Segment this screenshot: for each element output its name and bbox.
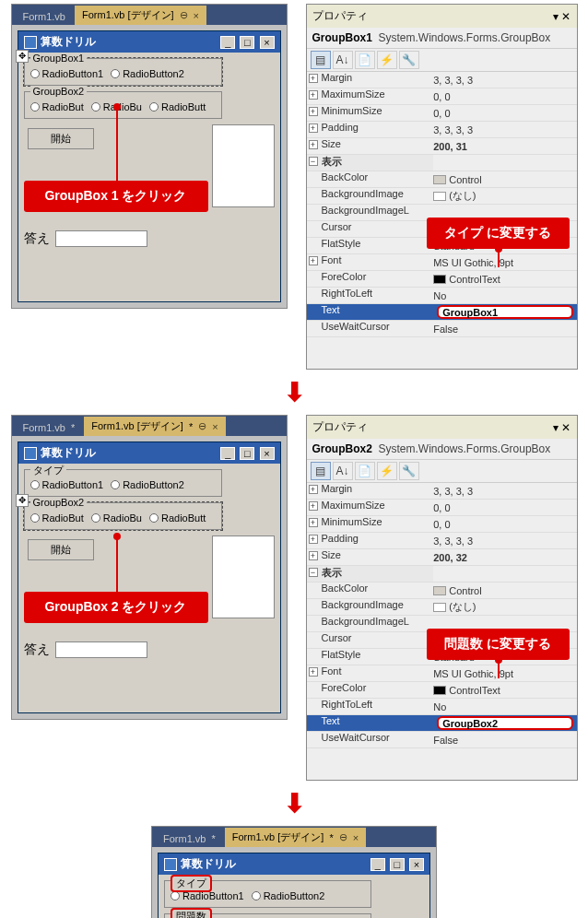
categorized-icon[interactable]: ▤ <box>311 462 331 480</box>
groupbox2[interactable]: 問題数 RadioBut RadioBu RadioButt <box>164 913 371 918</box>
min-button[interactable]: _ <box>220 447 235 460</box>
designer-window-3: Form1.vb* Form1.vb [デザイン]* ⊖ × 算数ドリル _ □… <box>151 826 437 918</box>
max-button[interactable]: □ <box>240 36 254 49</box>
groupbox2-title: GroupBox2 <box>30 86 88 97</box>
props-icon[interactable]: 📄 <box>355 462 375 480</box>
callout-change-type: タイプ に変更する <box>427 218 570 249</box>
form-icon <box>24 36 37 49</box>
min-button[interactable]: _ <box>220 36 235 49</box>
prop-maxsize[interactable]: +MaximumSize0, 0 <box>307 88 577 105</box>
groupbox2[interactable]: GroupBox2 RadioBut RadioBu RadioButt <box>24 91 222 119</box>
answer-input[interactable] <box>55 641 147 658</box>
properties-object[interactable]: GroupBox1 System.Windows.Forms.GroupBox <box>307 28 577 48</box>
prop-forecolor[interactable]: ForeColorControlText <box>307 682 577 699</box>
groupbox1-title: GroupBox1 <box>30 53 88 64</box>
pin-icon[interactable]: ⊖ <box>339 831 347 843</box>
close-button[interactable]: × <box>260 36 275 49</box>
prop-padding[interactable]: +Padding3, 3, 3, 3 <box>307 533 577 549</box>
close-icon[interactable]: × <box>212 421 218 432</box>
arrow-down-icon: ⬇ <box>284 788 305 818</box>
pin-icon[interactable]: ⊖ <box>180 9 188 21</box>
prop-usewaitcursor[interactable]: UseWaitCursorFalse <box>307 321 577 337</box>
start-button[interactable]: 開始 <box>28 539 94 560</box>
wrench-icon[interactable]: 🔧 <box>399 51 419 69</box>
radiobutton2[interactable]: RadioButton2 <box>252 890 325 901</box>
tab-bar: Form1.vb Form1.vb [デザイン] ⊖ × <box>12 5 287 25</box>
events-icon[interactable]: ⚡ <box>377 462 397 480</box>
alphabetical-icon[interactable]: A↓ <box>333 462 353 480</box>
prop-minsize[interactable]: +MinimumSize0, 0 <box>307 105 577 122</box>
tab-form1-design[interactable]: Form1.vb [デザイン] ⊖ × <box>75 6 206 25</box>
prop-category-display[interactable]: −表示 <box>307 566 577 583</box>
prop-padding[interactable]: +Padding3, 3, 3, 3 <box>307 122 577 138</box>
radio4[interactable]: RadioBu <box>91 512 142 524</box>
prop-bgimage[interactable]: BackgroundImage(なし) <box>307 599 577 616</box>
form-title: 算数ドリル <box>41 34 216 50</box>
prop-size[interactable]: +Size200, 31 <box>307 138 577 155</box>
prop-backcolor[interactable]: BackColorControl <box>307 583 577 599</box>
prop-maxsize[interactable]: +MaximumSize0, 0 <box>307 500 577 516</box>
radiobutton2[interactable]: RadioButton2 <box>111 68 184 79</box>
events-icon[interactable]: ⚡ <box>377 51 397 69</box>
prop-margin[interactable]: +Margin3, 3, 3, 3 <box>307 483 577 500</box>
tab-form1-design[interactable]: Form1.vb [デザイン]* ⊖ × <box>225 828 366 847</box>
pin-icon[interactable]: ▾ ✕ <box>553 421 570 434</box>
groupbox1-title: タイプ <box>30 464 66 477</box>
groupbox2-title: GroupBox2 <box>30 497 88 508</box>
tab-form1-design[interactable]: Form1.vb [デザイン]* ⊖ × <box>84 417 225 436</box>
alphabetical-icon[interactable]: A↓ <box>333 51 353 69</box>
tab-form1-vb[interactable]: Form1.vb* <box>16 419 83 436</box>
radiobutton1[interactable]: RadioButton1 <box>30 68 104 79</box>
prop-font[interactable]: +FontMS UI Gothic, 9pt <box>307 254 577 271</box>
radiobutton2[interactable]: RadioButton2 <box>111 479 184 490</box>
move-icon[interactable]: ✥ <box>16 494 29 507</box>
groupbox1[interactable]: ✥ GroupBox1 RadioButton1 RadioButton2 <box>24 58 222 86</box>
max-button[interactable]: □ <box>240 447 254 460</box>
prop-margin[interactable]: +Margin3, 3, 3, 3 <box>307 72 577 88</box>
form-title: 算数ドリル <box>181 856 365 872</box>
min-button[interactable]: _ <box>370 858 385 871</box>
answer-input[interactable] <box>55 230 147 247</box>
prop-rtl[interactable]: RightToLeftNo <box>307 288 577 304</box>
radio3[interactable]: RadioBut <box>30 101 84 112</box>
radio5[interactable]: RadioButt <box>149 101 206 112</box>
prop-usewaitcursor[interactable]: UseWaitCursorFalse <box>307 732 577 748</box>
prop-text[interactable]: TextGroupBox2 <box>307 715 577 732</box>
prop-category-display[interactable]: −表示 <box>307 155 577 171</box>
radiobutton1[interactable]: RadioButton1 <box>30 479 104 490</box>
groupbox1[interactable]: タイプ RadioButton1 RadioButton2 <box>164 880 371 908</box>
properties-object[interactable]: GroupBox2 System.Windows.Forms.GroupBox <box>307 439 577 459</box>
start-button[interactable]: 開始 <box>28 128 94 149</box>
prop-rtl[interactable]: RightToLeftNo <box>307 699 577 715</box>
prop-bgimage[interactable]: BackgroundImage(なし) <box>307 188 577 205</box>
callout-click-gb1: GroupBox 1 をクリック <box>24 181 208 212</box>
props-icon[interactable]: 📄 <box>355 51 375 69</box>
radio3[interactable]: RadioBut <box>30 512 84 524</box>
prop-font[interactable]: +FontMS UI Gothic, 9pt <box>307 665 577 682</box>
wrench-icon[interactable]: 🔧 <box>399 462 419 480</box>
prop-backcolor[interactable]: BackColorControl <box>307 171 577 188</box>
tab-form1-vb[interactable]: Form1.vb <box>16 8 73 25</box>
properties-title: プロパティ▾ ✕ <box>307 5 577 28</box>
tab-form1-vb[interactable]: Form1.vb* <box>156 830 223 847</box>
close-button[interactable]: × <box>260 447 275 460</box>
move-icon[interactable]: ✥ <box>16 50 29 63</box>
pin-icon[interactable]: ▾ ✕ <box>553 10 570 23</box>
form-titlebar: 算数ドリル _ □ × <box>18 31 280 53</box>
prop-minsize[interactable]: +MinimumSize0, 0 <box>307 516 577 533</box>
groupbox1[interactable]: タイプ RadioButton1 RadioButton2 <box>24 469 222 497</box>
close-button[interactable]: × <box>409 858 424 871</box>
groupbox2[interactable]: ✥ GroupBox2 RadioBut RadioBu RadioButt <box>24 502 222 530</box>
categorized-icon[interactable]: ▤ <box>311 51 331 69</box>
close-icon[interactable]: × <box>194 10 199 21</box>
pin-icon[interactable]: ⊖ <box>198 420 206 432</box>
radio5[interactable]: RadioButt <box>149 512 206 524</box>
designer-window-2: Form1.vb* Form1.vb [デザイン]* ⊖ × 算数ドリル _ □… <box>11 415 288 720</box>
max-button[interactable]: □ <box>390 858 405 871</box>
prop-forecolor[interactable]: ForeColorControlText <box>307 271 577 288</box>
prop-size[interactable]: +Size200, 32 <box>307 549 577 566</box>
prop-text[interactable]: TextGroupBox1 <box>307 304 577 321</box>
groupbox2-title: 問題数 <box>171 908 212 918</box>
close-icon[interactable]: × <box>353 832 359 843</box>
window-buttons: _ □ × <box>218 36 274 49</box>
